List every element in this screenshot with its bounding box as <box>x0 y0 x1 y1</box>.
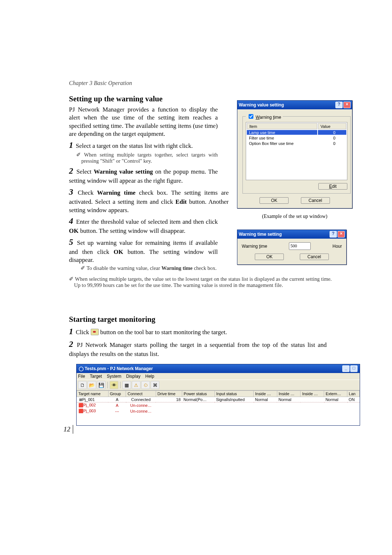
menu-display[interactable]: Display <box>126 374 140 379</box>
t: ime <box>274 115 281 120</box>
t: 18 <box>156 397 182 402</box>
t: OK <box>69 227 78 234</box>
table-row[interactable]: 🖥Pj_001 A Connected 18 Normal(Po… Signal… <box>77 397 360 402</box>
col-input-status[interactable]: Input status <box>215 391 253 397</box>
t: Un-conne… <box>126 408 156 414</box>
col-connect[interactable]: Connect <box>126 391 156 397</box>
target-icon[interactable]: ▦ <box>122 381 131 389</box>
step-5: 5 Set up warning value for remaining ite… <box>69 237 218 264</box>
menu-file[interactable]: File <box>78 374 85 379</box>
menu-help[interactable]: Help <box>145 374 154 379</box>
minimize-icon[interactable]: _ <box>342 365 350 372</box>
t: button on the tool bar to start monitori… <box>99 329 227 336</box>
table-row[interactable]: Lamp use time0 <box>247 130 346 135</box>
warning-items-table[interactable]: ItemValue Lamp use time0 Filter use time… <box>246 122 347 180</box>
col-inside2[interactable]: Inside … <box>277 391 301 397</box>
help-icon[interactable]: ? <box>335 102 343 108</box>
t: arning <box>260 115 273 120</box>
t: To disable the warning value, clear <box>86 265 161 271</box>
t: Pj_003 <box>83 409 96 413</box>
t: button. The setting window will disappea… <box>78 227 185 234</box>
warning-time-checkbox[interactable]: Warning time <box>247 115 281 120</box>
t: Normal(Po… <box>182 397 215 402</box>
warning-time-label: Warning time <box>242 244 267 249</box>
projector-icon: 🖥 <box>78 397 82 402</box>
ok-button[interactable]: OK <box>260 197 289 204</box>
status-list-table[interactable]: Target name Group Connect Drive time Pow… <box>77 390 360 425</box>
maximize-icon[interactable]: □ <box>350 365 358 372</box>
col-drive-time[interactable]: Drive time <box>156 391 182 397</box>
t: 12 <box>64 425 70 433</box>
t: Un-conne… <box>126 402 156 408</box>
table-row[interactable]: Filter use time0 <box>247 135 346 140</box>
t: SignalIsInputted <box>215 397 253 402</box>
command-icon[interactable]: ⌘ <box>151 381 159 389</box>
col-inside3[interactable]: Inside … <box>301 391 324 397</box>
edit-button[interactable]: Edit <box>318 183 347 190</box>
t: ON <box>347 397 360 402</box>
t: Normal <box>324 397 347 402</box>
dialog2-title: Warning time setting <box>239 232 282 237</box>
open-icon[interactable]: 📂 <box>87 381 96 389</box>
cancel-button[interactable]: Cancel <box>301 197 330 204</box>
t: Check <box>78 189 97 196</box>
col-group[interactable]: Group <box>108 391 126 397</box>
col-power-status[interactable]: Power status <box>182 391 215 397</box>
log-icon[interactable]: ⏲ <box>141 381 150 389</box>
col-extern[interactable]: Extern… <box>324 391 347 397</box>
t: Filter use time <box>247 135 317 140</box>
dialog1-titlebar[interactable]: Warning value setting ? × <box>237 101 352 109</box>
warning-icon[interactable]: ⚠ <box>132 381 140 389</box>
t <box>301 397 324 402</box>
dialog2-titlebar[interactable]: Warning time setting ? × <box>237 230 346 239</box>
new-icon[interactable]: 🗋 <box>78 381 87 389</box>
close-icon[interactable]: × <box>338 231 345 238</box>
menu-target[interactable]: Target <box>90 374 102 379</box>
t: Warning value setting <box>94 168 153 175</box>
close-icon[interactable]: × <box>343 102 351 108</box>
app-titlebar[interactable]: ◯ Tests.pnm - PJ Network Manager _ □ <box>77 364 360 373</box>
warning-time-fieldset: Warning time ItemValue Lamp use time0 Fi… <box>242 113 351 194</box>
t: 0 <box>318 141 346 146</box>
pj-network-manager-window: ◯ Tests.pnm - PJ Network Manager _ □ Fil… <box>76 364 360 426</box>
step-2: 2 Select Warning value setting on the po… <box>69 166 218 185</box>
monitor-target-icon <box>91 329 99 335</box>
s2-step-2: 2 PJ Network Manager starts polling the … <box>69 339 327 358</box>
t: A <box>108 397 126 402</box>
projector-error-icon: 🟥 <box>78 409 83 413</box>
t: Pj_001 <box>82 397 95 402</box>
ok-button[interactable]: OK <box>255 254 284 260</box>
menu-system[interactable]: System <box>107 374 121 379</box>
unit-label: Hour <box>332 244 342 249</box>
toolbar: 🗋 📂 💾 👁 ▦ ⚠ ⏲ ⌘ <box>77 380 360 390</box>
warning-time-dialog: Warning time setting ? × Warning time Ho… <box>237 230 347 265</box>
t: Select <box>77 168 94 175</box>
cancel-button[interactable]: Cancel <box>300 254 329 260</box>
warning-value-dialog: Warning value setting ? × Warning time I… <box>237 100 352 208</box>
step-4: 4 Enter the threshold value of selected … <box>69 216 218 235</box>
t: Warning <box>242 244 259 249</box>
s2-step-1: 1 Click button on the tool bar to start … <box>69 326 327 337</box>
table-row[interactable]: 🟥Pj_003 --- Un-conne… <box>77 408 360 414</box>
col-lan[interactable]: Lan <box>347 391 360 397</box>
col-item[interactable]: Item <box>247 123 317 129</box>
section1-intro: PJ Network Manager provides a function t… <box>69 106 218 138</box>
t: E <box>329 184 332 189</box>
monitor-icon[interactable]: 👁 <box>110 381 118 389</box>
step-1: 1 Select a target on the status list wit… <box>69 140 218 151</box>
section2-heading: Starting target monitoring <box>69 315 328 324</box>
col-value[interactable]: Value <box>318 123 346 129</box>
page-number: 12 <box>64 425 73 434</box>
t: Option Box filter use time <box>247 141 317 146</box>
help-icon[interactable]: ? <box>330 231 337 238</box>
step1-note: When setting multiple targets together, … <box>69 152 218 165</box>
save-icon[interactable]: 💾 <box>97 381 106 389</box>
chapter-header: Chapter 3 Basic Operation <box>69 80 328 86</box>
table-row[interactable]: Option Box filter use time0 <box>247 141 346 146</box>
t: Normal <box>254 397 277 402</box>
col-inside1[interactable]: Inside … <box>254 391 277 397</box>
table-row[interactable]: 🟥Pj_002 A Un-conne… <box>77 402 360 408</box>
step1-text: Select a target on the status list with … <box>76 142 193 149</box>
col-target-name[interactable]: Target name <box>77 391 109 397</box>
warning-time-input[interactable] <box>289 242 311 250</box>
